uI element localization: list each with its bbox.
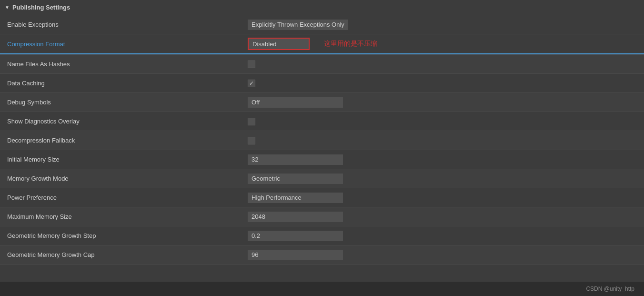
row-decompression-fallback: Decompression Fallback [0,131,644,150]
section-title: Publishing Settings [12,4,70,11]
dropdown-debug-symbols[interactable]: Off [248,97,343,108]
row-power-preference: Power Preference High Performance [0,188,644,207]
value-power-preference: High Performance [248,193,639,203]
checkbox-decompression-fallback[interactable] [248,137,255,144]
watermark-text: CSDN @unity_http [586,286,634,292]
checkbox-data-caching[interactable]: ✓ [248,80,255,87]
value-geometric-memory-growth-step [248,231,639,241]
label-geometric-memory-growth-cap: Geometric Memory Growth Cap [5,251,248,258]
compression-value-area: Disabled 这里用的是不压缩 [248,38,639,50]
input-geometric-memory-growth-step[interactable] [248,231,343,241]
label-initial-memory-size: Initial Memory Size [5,156,248,163]
label-compression-format: Compression Format [5,41,248,48]
value-debug-symbols: Off [248,97,639,108]
checkbox-name-files-as-hashes[interactable] [248,61,255,68]
settings-container: Enable Exceptions Explicitly Thrown Exce… [0,15,644,265]
label-power-preference: Power Preference [5,194,248,201]
value-geometric-memory-growth-cap [248,250,639,260]
value-maximum-memory-size [248,212,639,222]
row-maximum-memory-size: Maximum Memory Size [0,207,644,226]
row-compression-format: Compression Format Disabled 这里用的是不压缩 [0,34,644,55]
checkbox-show-diagnostics-overlay[interactable] [248,118,255,125]
value-data-caching: ✓ [248,80,639,87]
input-geometric-memory-growth-cap[interactable] [248,250,343,260]
row-name-files-as-hashes: Name Files As Hashes [0,55,644,74]
section-header: ▼ Publishing Settings [0,0,644,15]
row-data-caching: Data Caching ✓ [0,74,644,93]
value-enable-exceptions: Explicitly Thrown Exceptions Only [248,20,639,30]
label-debug-symbols: Debug Symbols [5,99,248,106]
dropdown-compression-format[interactable]: Disabled [248,38,310,50]
row-debug-symbols: Debug Symbols Off [0,93,644,112]
row-initial-memory-size: Initial Memory Size [0,150,644,169]
dropdown-power-preference[interactable]: High Performance [248,193,343,203]
input-maximum-memory-size[interactable] [248,212,343,222]
label-name-files-as-hashes: Name Files As Hashes [5,61,248,68]
label-data-caching: Data Caching [5,80,248,87]
dropdown-memory-growth-mode[interactable]: Geometric [248,174,343,184]
row-enable-exceptions: Enable Exceptions Explicitly Thrown Exce… [0,15,644,34]
compression-annotation: 这里用的是不压缩 [324,40,377,48]
value-name-files-as-hashes [248,61,639,68]
value-show-diagnostics-overlay [248,118,639,125]
dropdown-enable-exceptions[interactable]: Explicitly Thrown Exceptions Only [248,20,348,30]
label-maximum-memory-size: Maximum Memory Size [5,213,248,220]
compression-row-inner: Compression Format Disabled 这里用的是不压缩 [0,34,644,53]
main-container: ▼ Publishing Settings Enable Exceptions … [0,0,644,296]
value-initial-memory-size [248,154,639,165]
row-show-diagnostics-overlay: Show Diagnostics Overlay [0,112,644,131]
bottom-bar: CSDN @unity_http [0,282,644,296]
value-decompression-fallback [248,137,639,144]
label-show-diagnostics-overlay: Show Diagnostics Overlay [5,118,248,125]
label-geometric-memory-growth-step: Geometric Memory Growth Step [5,232,248,239]
row-geometric-memory-growth-cap: Geometric Memory Growth Cap [0,245,644,265]
label-decompression-fallback: Decompression Fallback [5,137,248,144]
input-initial-memory-size[interactable] [248,154,343,165]
value-memory-growth-mode: Geometric [248,174,639,184]
row-geometric-memory-growth-step: Geometric Memory Growth Step [0,226,644,245]
label-memory-growth-mode: Memory Growth Mode [5,175,248,182]
blue-underline [0,53,644,54]
collapse-triangle[interactable]: ▼ [5,5,10,10]
label-enable-exceptions: Enable Exceptions [5,21,248,28]
row-memory-growth-mode: Memory Growth Mode Geometric [0,169,644,188]
